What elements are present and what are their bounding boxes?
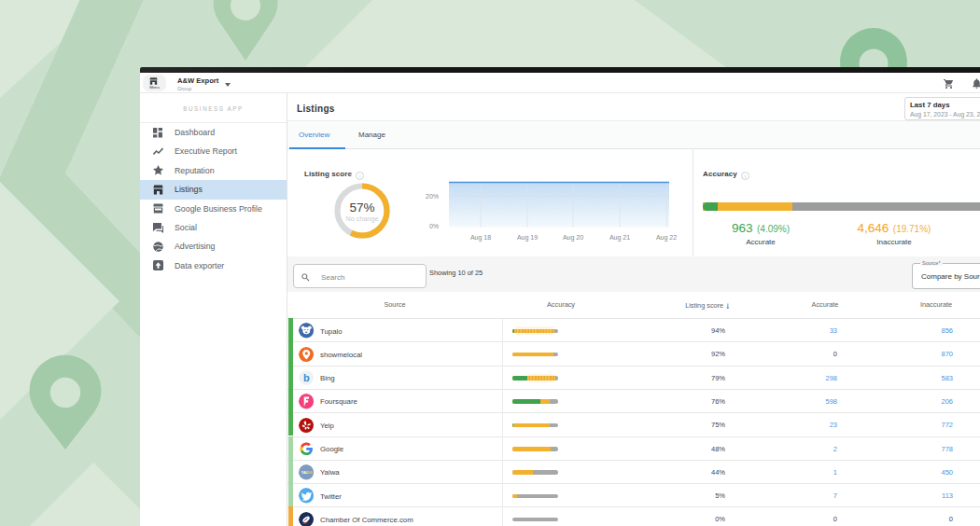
svg-text:b: b xyxy=(302,372,309,383)
svg-text:57%: 57% xyxy=(349,201,374,215)
svg-text:Aug 18: Aug 18 xyxy=(470,234,491,242)
svg-text:Aug 19: Aug 19 xyxy=(517,234,538,242)
svg-text:Aug 21: Aug 21 xyxy=(609,234,630,242)
svg-text:20%: 20% xyxy=(426,193,439,200)
svg-text:Aug 22: Aug 22 xyxy=(656,234,677,242)
svg-text:0%: 0% xyxy=(429,223,439,229)
svg-text:No change: No change xyxy=(346,215,379,223)
svg-text:WA: WA xyxy=(306,471,312,475)
svg-text:Aug 20: Aug 20 xyxy=(563,234,583,242)
